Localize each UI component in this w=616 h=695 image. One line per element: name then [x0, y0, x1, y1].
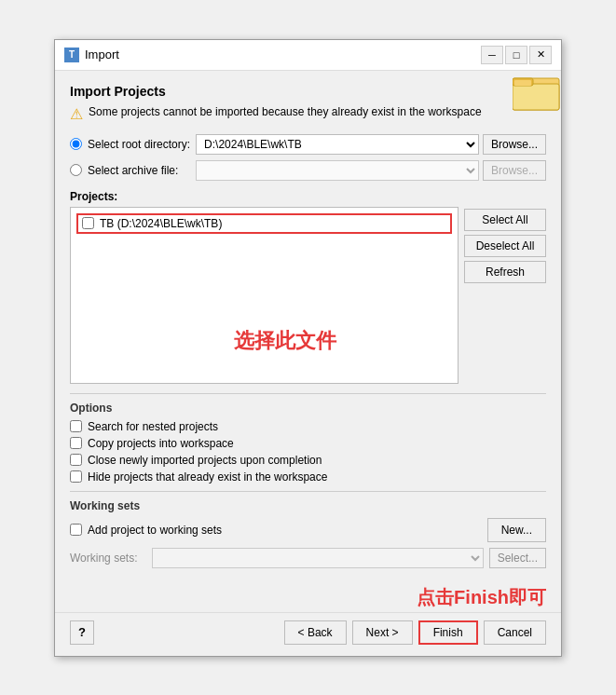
archive-radio[interactable]	[70, 164, 82, 176]
root-dir-row: Select root directory: D:\2024\BLE\wk\TB…	[70, 134, 546, 155]
working-sets-divider	[70, 491, 546, 492]
title-bar: T Import ─ □ ✕	[55, 40, 561, 71]
working-sets-checkbox-row: Add project to working sets New...	[70, 518, 546, 542]
opt1-checkbox[interactable]	[70, 420, 82, 432]
root-dir-select[interactable]: D:\2024\BLE\wk\TB	[196, 134, 479, 155]
options-title: Options	[70, 402, 546, 415]
button-bar: ? < Back Next > Finish Cancel	[55, 612, 561, 656]
opt3-row: Close newly imported projects upon compl…	[70, 454, 546, 467]
project-item-label: TB (D:\2024\BLE\wk\TB)	[100, 217, 222, 230]
opt4-label[interactable]: Hide projects that already exist in the …	[88, 470, 327, 484]
finish-button[interactable]: Finish	[418, 620, 478, 645]
opt1-label[interactable]: Search for nested projects	[88, 420, 218, 433]
warning-box: ⚠ Some projects cannot be imported becau…	[70, 104, 546, 123]
back-button[interactable]: < Back	[284, 620, 347, 645]
opt2-label[interactable]: Copy projects into workspace	[88, 437, 234, 450]
browse-archive-button[interactable]: Browse...	[483, 160, 546, 181]
next-button[interactable]: Next >	[352, 620, 413, 645]
root-dir-radio[interactable]	[70, 138, 82, 150]
archive-row: Select archive file: Browse...	[70, 160, 546, 181]
dialog-icon: T	[64, 48, 79, 62]
maximize-button[interactable]: □	[505, 46, 527, 64]
projects-list: TB (D:\2024\BLE\wk\TB) 选择此文件	[70, 207, 459, 384]
project-checkbox[interactable]	[82, 217, 94, 229]
working-sets-select[interactable]	[152, 548, 484, 568]
section-title: Import Projects	[70, 84, 546, 99]
opt3-checkbox[interactable]	[70, 454, 82, 466]
side-buttons: Select All Deselect All Refresh	[464, 207, 546, 384]
help-button[interactable]: ?	[70, 620, 94, 645]
opt4-row: Hide projects that already exist in the …	[70, 470, 546, 484]
warning-text: Some projects cannot be imported because…	[89, 104, 482, 120]
deselect-all-button[interactable]: Deselect All	[464, 235, 546, 257]
root-dir-label[interactable]: Select root directory:	[88, 138, 190, 151]
ws-new-button[interactable]: New...	[487, 518, 546, 542]
opt3-label[interactable]: Close newly imported projects upon compl…	[88, 454, 322, 467]
projects-label: Projects:	[70, 190, 546, 203]
project-item[interactable]: TB (D:\2024\BLE\wk\TB)	[76, 213, 452, 234]
close-button[interactable]: ✕	[529, 46, 552, 64]
browse-root-button[interactable]: Browse...	[483, 134, 546, 155]
annotation-finish: 点击Finish即可	[55, 581, 561, 612]
archive-select[interactable]	[196, 160, 479, 181]
opt1-row: Search for nested projects	[70, 420, 546, 433]
import-dialog: T Import ─ □ ✕ Import Projects ⚠ Some pr…	[54, 39, 562, 657]
root-dir-input-row: D:\2024\BLE\wk\TB Browse...	[196, 134, 546, 155]
ws-add-checkbox[interactable]	[70, 524, 82, 536]
svg-rect-1	[513, 84, 559, 110]
archive-input-row: Browse...	[196, 160, 546, 181]
opt2-row: Copy projects into workspace	[70, 437, 546, 450]
ws-add-label[interactable]: Add project to working sets	[88, 524, 222, 537]
archive-label[interactable]: Select archive file:	[88, 164, 190, 177]
opt2-checkbox[interactable]	[70, 437, 82, 449]
ws-select-button[interactable]: Select...	[489, 548, 546, 568]
working-sets-input-row: Working sets: Select...	[70, 548, 546, 568]
title-buttons: ─ □ ✕	[481, 46, 552, 64]
title-bar-left: T Import	[64, 48, 119, 62]
dialog-title: Import	[85, 48, 119, 61]
projects-area-container: TB (D:\2024\BLE\wk\TB) 选择此文件 Select All …	[70, 207, 546, 384]
dialog-content: Import Projects ⚠ Some projects cannot b…	[55, 71, 561, 581]
opt4-checkbox[interactable]	[70, 470, 82, 483]
working-sets-title: Working sets	[70, 499, 546, 512]
options-divider	[70, 393, 546, 394]
cancel-button[interactable]: Cancel	[484, 620, 546, 645]
refresh-button[interactable]: Refresh	[464, 261, 546, 283]
warning-icon: ⚠	[70, 105, 83, 123]
select-all-button[interactable]: Select All	[464, 209, 546, 231]
folder-icon-large	[513, 71, 561, 115]
svg-rect-3	[514, 80, 531, 86]
annotation-choose: 选择此文件	[234, 327, 336, 355]
working-sets-label: Working sets:	[70, 552, 146, 565]
minimize-button[interactable]: ─	[481, 46, 503, 64]
